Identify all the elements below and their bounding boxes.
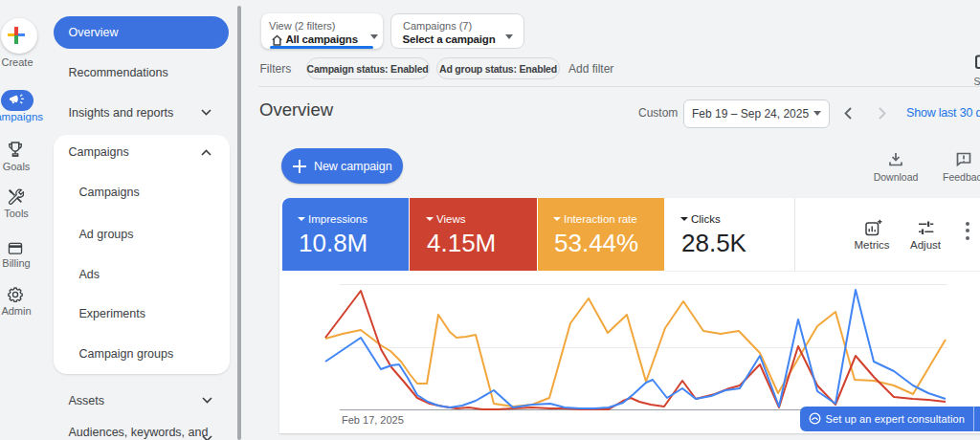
- svg-text:Feb 17, 2025: Feb 17, 2025: [342, 414, 404, 426]
